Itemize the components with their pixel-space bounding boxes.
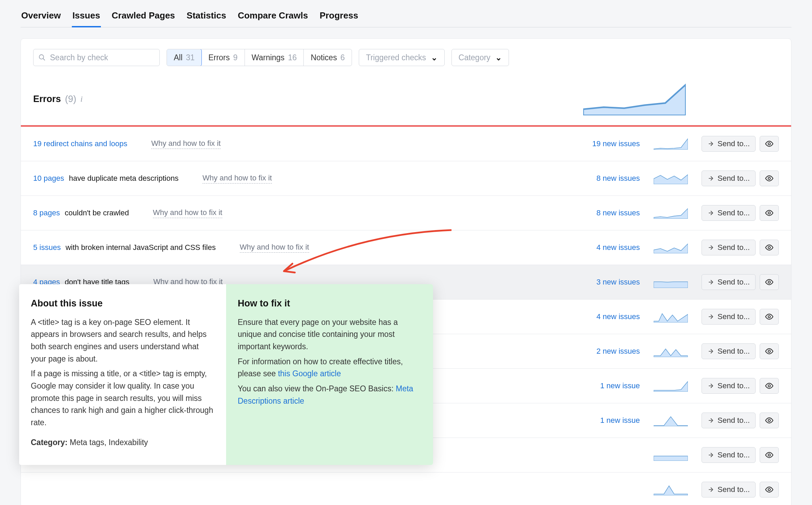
issue-row: 5 issues with broken internal JavaScript… (21, 230, 791, 265)
section-sparkline (583, 80, 686, 117)
new-issues-count[interactable]: 1 new issue (600, 381, 640, 390)
issue-description: with broken internal JavaScript and CSS … (66, 243, 216, 252)
tab-crawled-pages[interactable]: Crawled Pages (111, 8, 176, 27)
tab-compare-crawls[interactable]: Compare Crawls (237, 8, 309, 27)
filter-errors[interactable]: Errors 9 (201, 49, 245, 66)
svg-point-0 (39, 55, 44, 59)
issue-detail-popover: About this issue A <title> tag is a key … (19, 284, 433, 465)
send-to-button[interactable]: Send to... (702, 378, 756, 394)
row-sparkline (654, 138, 688, 150)
filter-notices[interactable]: Notices 6 (304, 49, 352, 66)
chevron-down-icon: ⌄ (431, 53, 437, 62)
issue-row: 10 pages have duplicate meta description… (21, 161, 791, 196)
send-to-button[interactable]: Send to... (702, 482, 756, 497)
svg-point-12 (768, 489, 771, 491)
section-header: Errors (9) i (21, 74, 791, 125)
section-title: Errors (33, 94, 61, 104)
search-input[interactable]: Search by check (33, 49, 160, 66)
new-issues-count[interactable]: 19 new issues (592, 139, 640, 148)
tab-overview[interactable]: Overview (21, 8, 62, 27)
issue-link[interactable]: 10 pages (33, 174, 64, 183)
row-sparkline (654, 449, 688, 461)
about-paragraph: If a page is missing a title, or a <titl… (31, 368, 214, 429)
send-to-button[interactable]: Send to... (702, 447, 756, 463)
row-sparkline (654, 311, 688, 323)
about-paragraph: A <title> tag is a key on-page SEO eleme… (31, 316, 214, 365)
view-button[interactable] (760, 171, 779, 186)
issue-link[interactable]: 19 redirect chains and loops (33, 139, 127, 148)
row-sparkline (654, 207, 688, 219)
why-how-fix-link[interactable]: Why and how to fix it (202, 174, 272, 184)
issue-row: Send to... (21, 472, 791, 505)
send-to-button[interactable]: Send to... (702, 240, 756, 255)
issue-description: couldn't be crawled (65, 209, 129, 217)
why-how-fix-link[interactable]: Why and how to fix it (153, 208, 222, 218)
view-button[interactable] (760, 240, 779, 255)
search-placeholder: Search by check (50, 53, 108, 62)
send-to-button[interactable]: Send to... (702, 274, 756, 290)
info-icon[interactable]: i (80, 94, 83, 104)
send-to-button[interactable]: Send to... (702, 343, 756, 359)
about-title: About this issue (31, 296, 214, 311)
row-sparkline (654, 415, 688, 426)
tabs-nav: OverviewIssuesCrawled PagesStatisticsCom… (21, 0, 791, 27)
svg-point-5 (768, 247, 771, 249)
fix-paragraph: Ensure that every page on your website h… (238, 316, 421, 353)
category-value: Meta tags, Indexability (70, 438, 148, 447)
dropdown-label: Category (459, 53, 490, 62)
fix-paragraph: For information on how to create effecti… (238, 356, 421, 380)
about-issue-panel: About this issue A <title> tag is a key … (19, 284, 226, 465)
tab-progress[interactable]: Progress (319, 8, 359, 27)
svg-point-6 (768, 281, 771, 283)
view-button[interactable] (760, 482, 779, 497)
view-button[interactable] (760, 378, 779, 394)
new-issues-count[interactable]: 8 new issues (597, 174, 640, 183)
new-issues-count[interactable]: 4 new issues (597, 243, 640, 252)
new-issues-count[interactable]: 2 new issues (597, 347, 640, 356)
new-issues-count[interactable]: 4 new issues (597, 312, 640, 321)
row-sparkline (654, 345, 688, 357)
row-actions: Send to... (702, 447, 779, 463)
fix-paragraph: You can also view the On-Page SEO Basics… (238, 383, 421, 407)
dropdown-label: Triggered checks (366, 53, 426, 62)
svg-point-4 (768, 212, 771, 214)
issue-text: 8 pages couldn't be crawled (33, 209, 129, 217)
issue-link[interactable]: 5 issues (33, 243, 61, 252)
issue-text: 19 redirect chains and loops (33, 139, 127, 148)
send-to-button[interactable]: Send to... (702, 413, 756, 428)
triggered-checks-dropdown[interactable]: Triggered checks ⌄ (359, 49, 445, 66)
view-button[interactable] (760, 343, 779, 359)
category-dropdown[interactable]: Category ⌄ (451, 49, 509, 66)
filter-warnings[interactable]: Warnings 16 (245, 49, 304, 66)
issue-row: 8 pages couldn't be crawledWhy and how t… (21, 196, 791, 230)
svg-point-7 (768, 316, 771, 318)
svg-point-2 (768, 143, 771, 145)
why-how-fix-link[interactable]: Why and how to fix it (240, 243, 309, 253)
view-button[interactable] (760, 309, 779, 325)
new-issues-count[interactable]: 1 new issue (600, 416, 640, 425)
issue-link[interactable]: 8 pages (33, 209, 60, 217)
view-button[interactable] (760, 136, 779, 152)
view-button[interactable] (760, 413, 779, 428)
row-actions: Send to... (702, 274, 779, 290)
row-actions: Send to... (702, 309, 779, 325)
google-article-link[interactable]: this Google article (278, 369, 341, 378)
view-button[interactable] (760, 274, 779, 290)
why-how-fix-link[interactable]: Why and how to fix it (151, 139, 221, 149)
row-sparkline (654, 380, 688, 392)
category-label: Category: (31, 438, 67, 447)
chevron-down-icon: ⌄ (495, 53, 502, 62)
fix-title: How to fix it (238, 296, 421, 311)
tab-issues[interactable]: Issues (72, 8, 101, 27)
send-to-button[interactable]: Send to... (702, 171, 756, 186)
view-button[interactable] (760, 447, 779, 463)
view-button[interactable] (760, 205, 779, 221)
tab-statistics[interactable]: Statistics (186, 8, 227, 27)
send-to-button[interactable]: Send to... (702, 205, 756, 221)
new-issues-count[interactable]: 3 new issues (597, 278, 640, 287)
row-sparkline (654, 276, 688, 288)
filter-all[interactable]: All 31 (167, 49, 202, 66)
send-to-button[interactable]: Send to... (702, 136, 756, 152)
send-to-button[interactable]: Send to... (702, 309, 756, 325)
new-issues-count[interactable]: 8 new issues (597, 209, 640, 217)
